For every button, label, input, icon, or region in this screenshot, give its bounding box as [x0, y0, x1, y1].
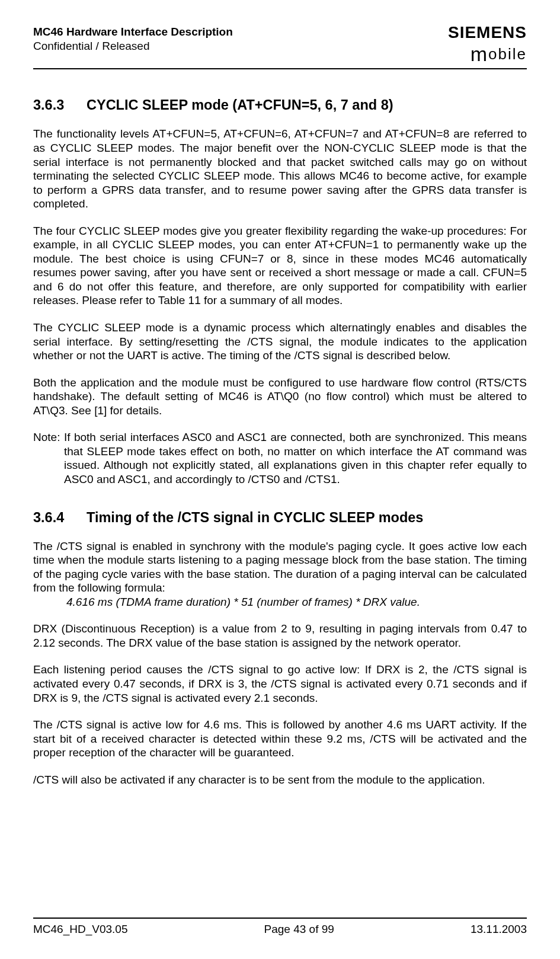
section-title: Timing of the /CTS signal in CYCLIC SLEE… [87, 510, 423, 525]
body-paragraph: The CYCLIC SLEEP mode is a dynamic proce… [33, 321, 527, 363]
logo-siemens-text: SIEMENS [448, 25, 527, 40]
body-paragraph: The /CTS signal is active low for 4.6 ms… [33, 718, 527, 760]
page-header: MC46 Hardware Interface Description Conf… [33, 25, 527, 69]
note-label: Note: [33, 430, 64, 486]
footer-date: 13.11.2003 [471, 922, 527, 936]
body-paragraph: The /CTS signal is enabled in synchrony … [33, 539, 527, 595]
body-paragraph: DRX (Discontinuous Reception) is a value… [33, 622, 527, 650]
section-number: 3.6.4 [33, 509, 87, 526]
note-body: If both serial interfaces ASC0 and ASC1 … [64, 430, 527, 486]
body-paragraph: The functionality levels AT+CFUN=5, AT+C… [33, 127, 527, 210]
formula-text: 4.616 ms (TDMA frame duration) * 51 (num… [66, 595, 527, 609]
section-number: 3.6.3 [33, 97, 87, 114]
section-title: CYCLIC SLEEP mode (AT+CFUN=5, 6, 7 and 8… [87, 97, 393, 113]
footer-doc-id: MC46_HD_V03.05 [33, 922, 127, 936]
body-paragraph: /CTS will also be activated if any chara… [33, 773, 527, 787]
note-block: Note: If both serial interfaces ASC0 and… [33, 430, 527, 486]
page-footer: MC46_HD_V03.05 Page 43 of 99 13.11.2003 [33, 918, 527, 936]
logo-mobile-text: mobile [448, 40, 527, 65]
logo-mobile-rest: obile [488, 45, 527, 63]
body-paragraph: The four CYCLIC SLEEP modes give you gre… [33, 224, 527, 308]
doc-title: MC46 Hardware Interface Description [33, 25, 233, 39]
body-paragraph: Each listening period causes the /CTS si… [33, 663, 527, 705]
logo-mobile-m: m [471, 41, 488, 66]
header-left: MC46 Hardware Interface Description Conf… [33, 25, 233, 53]
section-heading-364: 3.6.4Timing of the /CTS signal in CYCLIC… [33, 509, 527, 526]
section-heading-363: 3.6.3CYCLIC SLEEP mode (AT+CFUN=5, 6, 7 … [33, 97, 527, 114]
siemens-mobile-logo: SIEMENS mobile [448, 25, 527, 65]
body-paragraph: Both the application and the module must… [33, 376, 527, 418]
footer-page-number: Page 43 of 99 [264, 922, 334, 936]
doc-confidentiality: Confidential / Released [33, 39, 233, 53]
